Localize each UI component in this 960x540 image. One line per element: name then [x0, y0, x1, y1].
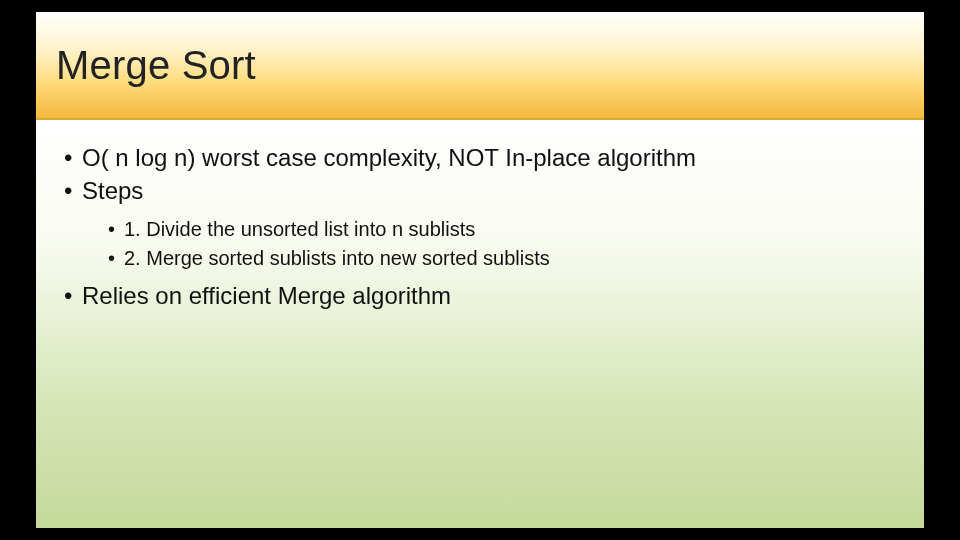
bullet-complexity: •O( n log n) worst case complexity, NOT … — [64, 142, 896, 173]
sub-bullets: •1. Divide the unsorted list into n subl… — [108, 216, 896, 272]
bullet-text: 1. Divide the unsorted list into n subli… — [124, 218, 475, 240]
bullet-icon: • — [64, 142, 82, 173]
bullet-text: O( n log n) worst case complexity, NOT I… — [82, 144, 696, 171]
sub-bullet-divide: •1. Divide the unsorted list into n subl… — [108, 216, 896, 243]
bullet-steps: •Steps — [64, 175, 896, 206]
bullet-text: 2. Merge sorted sublists into new sorted… — [124, 247, 550, 269]
bullet-icon: • — [64, 175, 82, 206]
bullet-icon: • — [64, 280, 82, 311]
slide: Merge Sort •O( n log n) worst case compl… — [36, 12, 924, 528]
slide-content: •O( n log n) worst case complexity, NOT … — [64, 142, 896, 314]
sub-bullet-merge: •2. Merge sorted sublists into new sorte… — [108, 245, 896, 272]
bullet-text: Steps — [82, 177, 143, 204]
bullet-text: Relies on efficient Merge algorithm — [82, 282, 451, 309]
bullet-icon: • — [108, 245, 124, 272]
bullet-relies: •Relies on efficient Merge algorithm — [64, 280, 896, 311]
title-band: Merge Sort — [36, 12, 924, 120]
slide-title: Merge Sort — [56, 43, 256, 88]
bullet-icon: • — [108, 216, 124, 243]
